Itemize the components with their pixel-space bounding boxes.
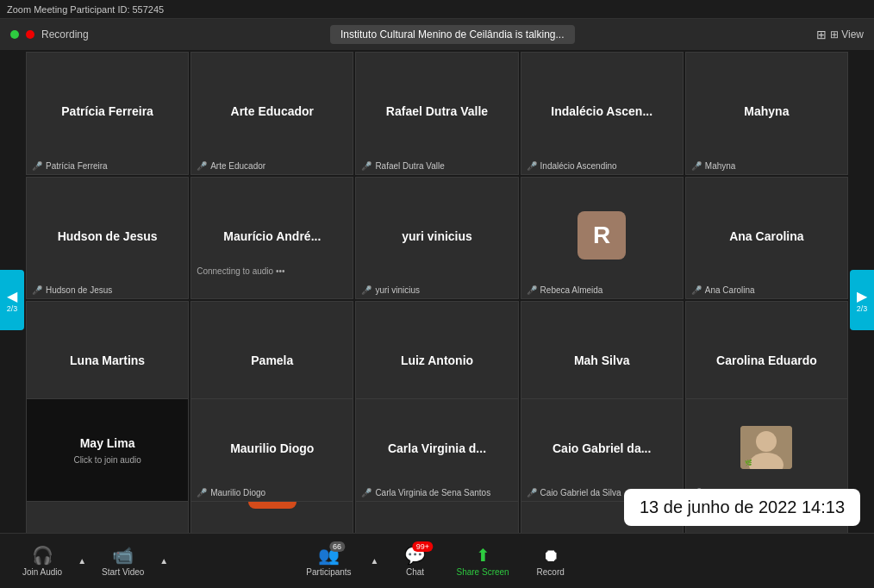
tile-name: Caio Gabriel da...	[547, 441, 656, 455]
tile-bottom: 🎤 Rebeca Almeida	[527, 285, 603, 295]
topbar-left: Recording	[10, 28, 89, 41]
tile-name: Carla Virginia d...	[383, 441, 491, 455]
tile-bottom: 🎤 yuri vinicius	[361, 285, 420, 295]
mic-icon: 🎤	[691, 161, 702, 171]
tile-yurivinicius: yuri vinicius 🎤 yuri vinicius	[355, 177, 518, 300]
tile-name: Ana Carolina	[724, 229, 808, 243]
tile-bottom: 🎤 Caio Gabriel da Silva	[527, 488, 621, 497]
record-icon: ⏺	[542, 546, 559, 566]
participants-label: Participants	[306, 567, 351, 577]
tile-status-name: Mahyna	[705, 161, 736, 171]
tile-status-name: Caio Gabriel da Silva	[540, 488, 621, 497]
join-audio-chevron[interactable]: ▲	[74, 553, 90, 569]
bottom-row: May Lima Click to join audio Maurilio Di…	[26, 398, 848, 500]
next-page-button[interactable]: ▶ 2/3	[850, 270, 874, 330]
grid-icon: ⊞	[816, 28, 827, 41]
tile-name: Mah Silva	[569, 353, 635, 367]
tile-carlavirginia: Carla Virginia d... 🎤 Carla Virginia de …	[355, 398, 518, 502]
tile-indalecioascendino: Indalécio Ascen... 🎤 Indalécio Ascendino	[521, 52, 684, 175]
tile-name: Patrícia Ferreira	[56, 104, 159, 118]
status-text: Instituto Cultural Menino de Ceilândia i…	[340, 28, 564, 41]
record-label: Record	[537, 567, 565, 577]
share-screen-button[interactable]: ⬆ Share Screen	[448, 540, 518, 582]
tile-rafaeldutravalle: Rafael Dutra Valle 🎤 Rafael Dutra Valle	[355, 52, 518, 175]
tile-patriciaferreira: Patrícia Ferreira 🎤 Patrícia Ferreira	[26, 52, 189, 175]
share-screen-label: Share Screen	[457, 567, 509, 577]
topbar: Recording Instituto Cultural Menino de C…	[0, 19, 874, 50]
tile-status-name: Rebeca Almeida	[540, 285, 603, 295]
tile-name: Pamela	[246, 353, 298, 367]
tile-hudsondejesus: Hudson de Jesus 🎤 Hudson de Jesus	[26, 177, 189, 300]
tile-status-name: Ana Carolina	[705, 285, 755, 295]
tile-bottom: 🎤 Mahyna	[691, 161, 736, 171]
record-button[interactable]: ⏺ Record	[525, 541, 577, 582]
tile-bottom: 🎤 Indalécio Ascendino	[527, 161, 617, 171]
mic-icon: 🎤	[197, 488, 207, 497]
tile-bottom: 🎤 Ana Carolina	[691, 285, 755, 295]
tile-status-name: Arte Educador	[210, 161, 265, 171]
tile-name: May Lima	[75, 436, 140, 450]
video-icon: 📹	[112, 545, 134, 566]
topbar-status: Instituto Cultural Menino de Ceilândia i…	[330, 25, 574, 44]
svg-point-1	[756, 431, 777, 452]
start-video-button[interactable]: 📹 Start Video	[93, 540, 153, 582]
tile-bottom: 🎤 Arte Educador	[197, 161, 265, 171]
tile-rebecaalmeida: R 🎤 Rebeca Almeida	[521, 177, 684, 300]
chat-button[interactable]: 💬 99+ Chat	[390, 540, 441, 582]
mic-icon: 🎤	[527, 285, 537, 295]
start-video-chevron[interactable]: ▲	[156, 553, 172, 569]
toolbar: 🎧 Join Audio ▲ 📹 Start Video ▲ 👥 66 Part…	[0, 533, 874, 588]
mic-icon: 🎤	[361, 161, 371, 171]
tile-name: Maurilio Diogo	[225, 441, 319, 455]
right-page-indicator: 2/3	[857, 304, 868, 313]
headphone-icon: 🎧	[32, 545, 53, 566]
recording-dot	[26, 30, 34, 39]
tile-name: Arte Educador	[226, 104, 319, 118]
tile-maylima[interactable]: May Lima Click to join audio	[26, 398, 189, 502]
tile-mahyna: Mahyna 🎤 Mahyna	[685, 52, 848, 175]
right-arrow-icon: ▶	[857, 288, 868, 304]
participants-chevron[interactable]: ▲	[367, 553, 383, 569]
tile-connecting-status: Connecting to audio •••	[197, 266, 284, 276]
tile-name: Luiz Antonio	[396, 353, 478, 367]
join-audio-button[interactable]: 🎧 Join Audio	[14, 540, 71, 582]
view-label[interactable]: ⊞ View	[830, 28, 864, 41]
tile-name: Indalécio Ascen...	[546, 104, 658, 118]
tile-bottom: 🎤 Rafael Dutra Valle	[361, 161, 444, 171]
participants-count: 66	[329, 541, 345, 552]
tile-status-name: Hudson de Jesus	[46, 285, 112, 295]
tile-caiogabriel: Caio Gabriel da... 🎤 Caio Gabriel da Sil…	[521, 398, 684, 502]
mic-icon: 🎤	[527, 161, 537, 171]
tile-name: Maurício André...	[218, 229, 326, 243]
mic-icon: 🎤	[32, 285, 42, 295]
tile-name: yuri vinicius	[396, 229, 478, 243]
titlebar: Zoom Meeting Participant ID: 557245	[0, 0, 874, 19]
tile-name: Mahyna	[739, 104, 794, 118]
datetime-overlay: 13 de junho de 2022 14:13	[624, 489, 860, 526]
mic-icon: 🎤	[527, 488, 537, 497]
tile-name: Hudson de Jesus	[53, 229, 163, 243]
titlebar-text: Zoom Meeting Participant ID: 557245	[7, 4, 164, 15]
toolbar-center: 👥 66 Participants ▲ 💬 99+ Chat ⬆ Share S…	[297, 540, 576, 582]
tile-status-name: Indalécio Ascendino	[540, 161, 617, 171]
tile-arteeducador: Arte Educador 🎤 Arte Educador	[190, 52, 353, 175]
participants-button[interactable]: 👥 66 Participants	[297, 540, 359, 582]
tile-status-name: Patrícia Ferreira	[46, 161, 108, 171]
tile-name: Rafael Dutra Valle	[381, 104, 493, 118]
tile-status-name: Carla Virginia de Sena Santos	[375, 488, 490, 497]
tile-bottom: 🎤 Hudson de Jesus	[32, 285, 112, 295]
tile-anacarolina: Ana Carolina 🎤 Ana Carolina	[685, 177, 848, 300]
click-to-join-text[interactable]: Click to join audio	[73, 455, 140, 465]
left-page-indicator: 2/3	[7, 304, 18, 313]
mic-icon: 🎤	[691, 285, 702, 295]
prev-page-button[interactable]: ◀ 2/3	[0, 270, 24, 330]
tile-bottom: 🎤 Maurilio Diogo	[197, 488, 265, 497]
chevron-up-icon: ▲	[78, 556, 86, 566]
mic-icon: 🎤	[361, 488, 371, 497]
tile-status-name: Maurilio Diogo	[210, 488, 265, 497]
topbar-right[interactable]: ⊞ ⊞ View	[816, 28, 864, 41]
mic-icon: 🎤	[32, 161, 42, 171]
chat-label: Chat	[406, 567, 424, 577]
avatar-r: R	[577, 211, 626, 260]
datetime-text: 13 de junho de 2022 14:13	[640, 497, 845, 516]
